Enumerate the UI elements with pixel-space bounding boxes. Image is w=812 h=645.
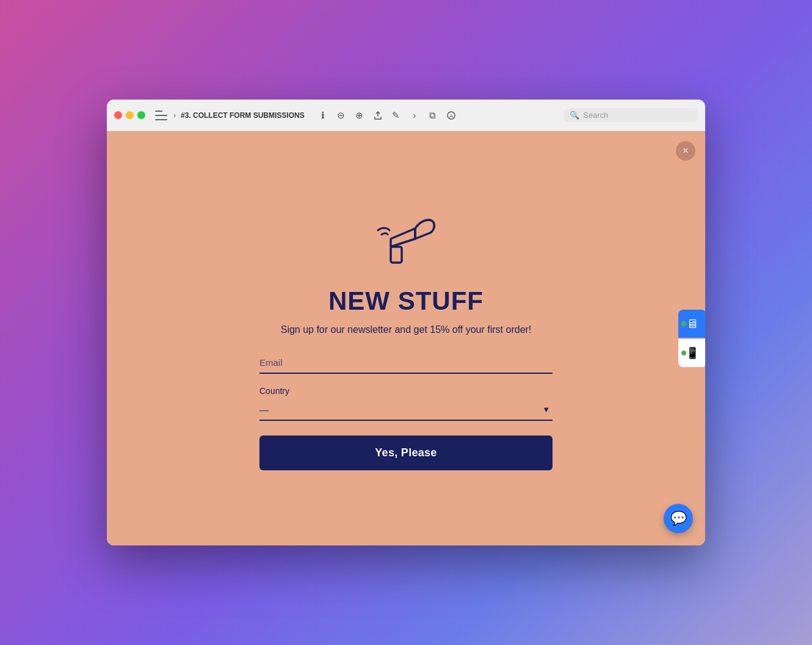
country-label: Country [259, 386, 553, 396]
toolbar-icons: ℹ ⊖ ⊕ ✎ › ⧉ A [317, 109, 457, 122]
browser-window: › #3. COLLECT FORM SUBMISSIONS ℹ ⊖ ⊕ ✎ ›… [107, 100, 705, 545]
popup-card: NEW STUFF Sign up for our newsletter and… [259, 207, 553, 470]
shield-icon[interactable]: A [445, 109, 457, 122]
share-icon[interactable] [372, 109, 384, 122]
desktop-icon: 🖥 [686, 317, 698, 331]
zoom-out-icon[interactable]: ⊖ [335, 109, 347, 122]
tab-title: #3. COLLECT FORM SUBMISSIONS [181, 111, 305, 120]
desktop-device-button[interactable]: 🖥 [678, 310, 705, 338]
traffic-lights [114, 111, 145, 119]
mobile-device-button[interactable]: 📱 [678, 339, 705, 367]
traffic-light-red[interactable] [114, 111, 122, 119]
country-field-wrap: Country — United States United Kingdom C… [259, 386, 553, 421]
svg-text:A: A [449, 113, 453, 119]
chat-button[interactable]: 💬 [664, 504, 693, 533]
info-icon[interactable]: ℹ [317, 109, 329, 122]
desktop-status-dot [681, 321, 686, 326]
zoom-in-icon[interactable]: ⊕ [353, 109, 366, 122]
popup-title: NEW STUFF [328, 286, 484, 316]
mobile-status-dot [681, 351, 686, 355]
traffic-light-yellow[interactable] [126, 111, 134, 119]
search-input[interactable] [583, 111, 692, 120]
megaphone-icon [369, 207, 443, 277]
country-select[interactable]: — United States United Kingdom Canada Au… [259, 399, 553, 420]
chevron-small-icon[interactable]: › [408, 109, 421, 122]
chat-icon: 💬 [670, 511, 687, 527]
country-select-wrap: — United States United Kingdom Canada Au… [259, 399, 553, 421]
popup-subtitle: Sign up for our newsletter and get 15% o… [281, 324, 532, 335]
search-icon: 🔍 [570, 111, 579, 120]
email-input[interactable] [259, 352, 553, 374]
sidebar-toggle[interactable] [155, 111, 167, 120]
mobile-icon: 📱 [686, 346, 699, 360]
device-panel: 🖥 📱 [678, 310, 705, 367]
edit-icon[interactable]: ✎ [390, 109, 402, 122]
svg-rect-2 [391, 247, 402, 263]
duplicate-icon[interactable]: ⧉ [427, 109, 439, 122]
browser-content: × NEW STUFF Sign up for our news [107, 131, 705, 545]
search-bar[interactable]: 🔍 [564, 108, 698, 122]
chevron-down-icon[interactable]: › [173, 111, 176, 120]
close-button[interactable]: × [676, 141, 695, 161]
traffic-light-green[interactable] [137, 111, 145, 119]
email-field-wrap [259, 352, 553, 374]
title-bar: › #3. COLLECT FORM SUBMISSIONS ℹ ⊖ ⊕ ✎ ›… [107, 100, 705, 131]
submit-button[interactable]: Yes, Please [259, 435, 553, 470]
